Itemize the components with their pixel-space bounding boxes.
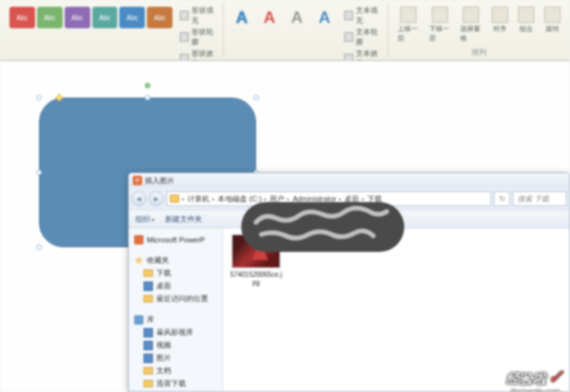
recent-icon (144, 295, 153, 302)
redaction-annotation (241, 202, 404, 252)
text-fill-icon (344, 11, 353, 20)
bring-forward-button[interactable]: 上移一层 (393, 4, 423, 46)
send-backward-button[interactable]: 下移一层 (425, 4, 455, 46)
watermark: 经验啦✓ jingyanla.com (506, 366, 563, 388)
desktop-icon (144, 282, 153, 291)
send-backward-icon (432, 7, 448, 23)
sidebar-item-desktop[interactable]: 桌面 (129, 280, 222, 292)
sidebar-item-recent[interactable]: 最近访问的位置 (129, 292, 222, 305)
wordart-preset[interactable]: A (229, 5, 255, 30)
sidebar-item-pictures[interactable]: 图片 (129, 352, 222, 364)
text-outline-icon (344, 32, 353, 42)
rotate-icon (544, 7, 561, 23)
sidebar-header-favorites[interactable]: 收藏夹 (129, 254, 222, 267)
ribbon-group-arrange: 上移一层 下移一层 选择窗格 对齐 组合 旋转 排列 (388, 3, 570, 57)
dialog-body: Microsoft PowerP 收藏夹 下载 桌面 最近访问的位置 库 暴风影… (129, 228, 569, 392)
wordart-preset[interactable]: A (257, 5, 282, 30)
folder-icon (144, 269, 153, 277)
powerpoint-icon: P (133, 176, 142, 185)
document-icon (144, 367, 153, 374)
refresh-button[interactable]: ↻ (494, 191, 510, 206)
video-icon (144, 328, 153, 337)
sidebar-item-documents[interactable]: 文档 (129, 364, 222, 377)
shape-fill-button[interactable]: 形状填充 (180, 5, 218, 26)
pencil-icon (180, 32, 189, 42)
organize-button[interactable]: 组织 (135, 214, 154, 224)
forward-button[interactable]: ► (149, 191, 164, 206)
dialog-titlebar[interactable]: P 插入图片 (129, 173, 569, 188)
check-icon: ✓ (548, 366, 563, 388)
picture-icon (144, 354, 153, 363)
sidebar-item-video-lib[interactable]: 暴风影视库 (129, 326, 222, 339)
star-icon (134, 256, 144, 265)
align-button[interactable]: 对齐 (488, 4, 512, 36)
sidebar-header-libraries[interactable]: 库 (129, 313, 222, 326)
breadcrumb-segment[interactable]: 计算机 (187, 194, 210, 204)
ribbon-group-shape-styles: Abc Abc Abc Abc Abc Abc 形状填充 形状轮廓 形状效果 形… (0, 3, 224, 57)
sidebar-item-downloads[interactable]: 下载 (129, 267, 222, 280)
resize-handle[interactable] (253, 95, 259, 100)
library-icon (134, 315, 144, 325)
back-button[interactable]: ◄ (131, 191, 146, 206)
shape-style-preset[interactable]: Abc (65, 7, 90, 28)
group-icon (518, 7, 534, 23)
shape-style-preset[interactable]: Abc (147, 7, 172, 28)
search-input[interactable]: 搜索 下载 (513, 191, 567, 206)
shape-style-preset[interactable]: Abc (9, 7, 35, 28)
ribbon-tab-format: Abc Abc Abc Abc Abc Abc 形状填充 形状轮廓 形状效果 形… (0, 0, 570, 61)
sidebar-item-powerpoint[interactable]: Microsoft PowerP (129, 234, 222, 246)
folder-icon (144, 380, 153, 387)
rotate-button[interactable]: 旋转 (540, 4, 565, 36)
ribbon-group-wordart-styles: A A A A 文本填充 文本轮廓 文本效果 艺术字样式 (224, 3, 388, 57)
resize-handle[interactable] (36, 170, 42, 175)
group-button[interactable]: 组合 (514, 4, 538, 36)
new-folder-button[interactable]: 新建文件夹 (165, 214, 202, 224)
selection-pane-button[interactable]: 选择窗格 (456, 4, 486, 46)
selection-pane-icon (463, 7, 479, 23)
resize-handle[interactable] (36, 244, 42, 250)
shape-outline-button[interactable]: 形状轮廓 (180, 27, 218, 47)
dialog-sidebar: Microsoft PowerP 收藏夹 下载 桌面 最近访问的位置 库 暴风影… (129, 228, 223, 392)
align-icon (492, 7, 508, 23)
sidebar-item-videos[interactable]: 视频 (129, 339, 222, 352)
wordart-preset[interactable]: A (312, 5, 338, 30)
rotation-handle[interactable] (145, 83, 150, 88)
ribbon-group-label: 排列 (393, 46, 565, 59)
file-name-label: 57401520065ce.jpg (230, 271, 282, 287)
shape-style-preset[interactable]: Abc (92, 7, 118, 28)
text-outline-button[interactable]: 文本轮廓 (344, 27, 382, 47)
dialog-title: 插入图片 (145, 176, 175, 186)
shape-style-preset[interactable]: Abc (37, 7, 63, 28)
powerpoint-icon (134, 235, 144, 244)
shape-style-preset[interactable]: Abc (119, 7, 145, 28)
text-fill-button[interactable]: 文本填充 (344, 5, 382, 26)
bring-forward-icon (400, 7, 416, 23)
folder-icon (170, 195, 179, 203)
resize-handle[interactable] (36, 95, 42, 100)
video-icon (144, 341, 153, 350)
bucket-icon (180, 11, 189, 20)
resize-handle[interactable] (145, 95, 150, 100)
wordart-preset[interactable]: A (284, 5, 310, 30)
sidebar-item-xunlei[interactable]: 迅雷下载 (129, 377, 222, 390)
